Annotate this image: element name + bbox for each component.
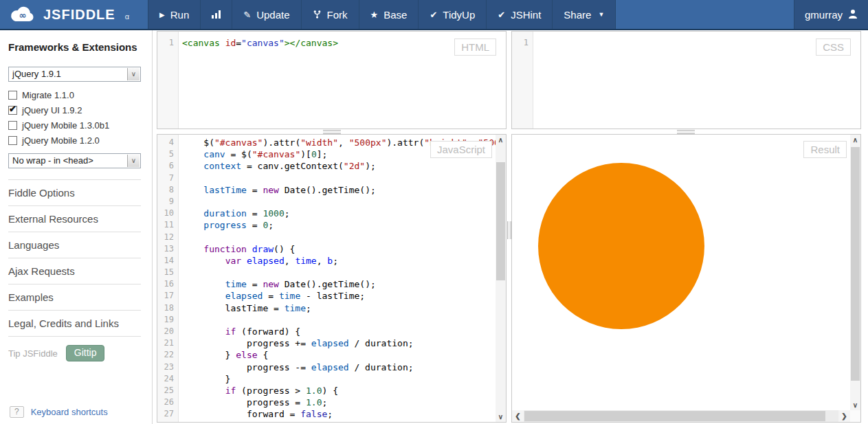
wrap-select[interactable]: No wrap - in <head> ∨ xyxy=(8,153,141,168)
horizontal-splitter-handle[interactable] xyxy=(677,130,695,134)
line-number: 5 xyxy=(157,148,179,160)
css-editor[interactable]: 1 xyxy=(512,32,860,129)
extensions-list: Migrate 1.1.0jQuery UI 1.9.2jQuery Mobil… xyxy=(8,87,141,148)
question-key-icon[interactable]: ? xyxy=(10,406,24,418)
vertical-splitter-handle[interactable] xyxy=(507,221,511,239)
frameworks-heading: Frameworks & Extensions xyxy=(8,41,141,53)
nav-buttons: ▶Run✎UpdateFork★Base✔TidyUp✔JSHintShare▼ xyxy=(148,0,616,29)
checkbox-icon[interactable] xyxy=(8,121,17,130)
sidebar-section-legal-credits-and-links[interactable]: Legal, Credits and Links xyxy=(8,310,141,336)
css-panel-label: CSS xyxy=(816,38,851,56)
nav-button-label: JSHint xyxy=(511,9,541,21)
gittip-button[interactable]: Gittip xyxy=(66,345,105,361)
checkbox-checked-icon[interactable] xyxy=(8,106,17,115)
brand-logo[interactable]: ∞ JSFIDDLE α xyxy=(0,0,148,29)
code-line: 21 progress += elapsed / duration; xyxy=(157,337,506,349)
keyboard-shortcuts-row: ? Keyboard shortcuts xyxy=(10,406,108,418)
nav-jshint-button[interactable]: ✔JSHint xyxy=(486,0,552,29)
code-line: 19 xyxy=(157,314,506,326)
code-line: 20 if (forward) { xyxy=(157,326,506,337)
scrollbar-thumb[interactable] xyxy=(524,411,825,421)
line-number: 6 xyxy=(157,160,179,172)
fork-icon xyxy=(313,10,322,19)
nav-update-button[interactable]: ✎Update xyxy=(232,0,300,29)
star-icon: ★ xyxy=(370,10,379,20)
line-number: 23 xyxy=(157,361,179,373)
line-number: 24 xyxy=(157,373,179,385)
pencil-icon: ✎ xyxy=(243,10,251,20)
tip-label: Tip JSFiddle xyxy=(8,348,58,359)
code-line: 17 elapsed = time - lastTime; xyxy=(157,290,506,302)
scroll-down-icon[interactable]: ∨ xyxy=(850,400,860,410)
sidebar: Frameworks & Extensions jQuery 1.9.1 ∨ M… xyxy=(0,30,148,424)
extension-row[interactable]: jQuery Mobile 1.3.0b1 xyxy=(8,118,141,133)
code-line: 1<canvas id="canvas"></canvas> xyxy=(157,37,506,49)
code-line: 26 progress = 1.0; xyxy=(157,397,506,408)
stats-icon xyxy=(212,10,221,19)
code-line: 22 } else { xyxy=(157,349,506,361)
nav-tidyup-button[interactable]: ✔TidyUp xyxy=(418,0,486,29)
sidebar-section-external-resources[interactable]: External Resources xyxy=(8,205,141,232)
line-number: 1 xyxy=(157,37,179,49)
nav-stats-button[interactable] xyxy=(200,0,232,29)
user-menu[interactable]: gmurray xyxy=(794,0,868,29)
line-number: 1 xyxy=(512,37,533,49)
code-line: 1 xyxy=(512,37,860,49)
js-panel-label: JavaScript xyxy=(430,141,492,158)
checkbox-icon[interactable] xyxy=(8,91,17,100)
nav-fork-button[interactable]: Fork xyxy=(301,0,359,29)
code-line: 10 duration = 1000; xyxy=(157,208,506,219)
nav-share-button[interactable]: Share▼ xyxy=(552,0,615,29)
line-number: 15 xyxy=(157,267,179,278)
sidebar-section-ajax-requests[interactable]: Ajax Requests xyxy=(8,258,141,284)
code-line: 6 context = canv.getContext("2d"); xyxy=(157,160,506,172)
line-number: 21 xyxy=(157,337,179,349)
line-number: 10 xyxy=(157,208,179,219)
code-line: 18 lastTime = time; xyxy=(157,302,506,314)
extension-label: jQuery Mobile 1.3.0b1 xyxy=(22,120,109,131)
code-line: 15 xyxy=(157,267,506,278)
line-number: 18 xyxy=(157,302,179,314)
code-line: 13 function draw() { xyxy=(157,243,506,255)
sidebar-section-languages[interactable]: Languages xyxy=(8,232,141,258)
nav-base-button[interactable]: ★Base xyxy=(359,0,419,29)
sidebar-divider xyxy=(152,30,153,424)
horizontal-splitter-handle[interactable] xyxy=(323,130,341,134)
line-number: 7 xyxy=(157,172,179,184)
nav-button-label: Fork xyxy=(327,9,348,21)
sidebar-section-examples[interactable]: Examples xyxy=(8,284,141,310)
user-icon xyxy=(848,9,858,21)
scrollbar-thumb[interactable] xyxy=(851,147,860,381)
checkbox-icon[interactable] xyxy=(8,136,17,145)
scroll-left-icon[interactable]: ❮ xyxy=(512,410,524,422)
framework-select[interactable]: jQuery 1.9.1 ∨ xyxy=(8,67,141,82)
brand-title: JSFIDDLE xyxy=(43,7,115,23)
scroll-up-icon[interactable]: ∧ xyxy=(850,135,860,145)
scrollbar-thumb[interactable] xyxy=(496,162,505,280)
line-number: 22 xyxy=(157,349,179,361)
cloud-logo-icon: ∞ xyxy=(9,4,35,25)
extension-row[interactable]: jQuery UI 1.9.2 xyxy=(8,102,141,118)
chevron-down-icon: ∨ xyxy=(127,155,140,167)
nav-spacer xyxy=(616,0,794,29)
keyboard-shortcuts-link[interactable]: Keyboard shortcuts xyxy=(31,407,108,417)
result-vertical-scrollbar[interactable]: ∧ ∨ xyxy=(850,135,860,410)
js-vertical-scrollbar[interactable]: ∧ ∨ xyxy=(496,135,506,422)
scroll-down-icon[interactable]: ∨ xyxy=(496,412,506,422)
nav-button-label: Share xyxy=(564,9,591,21)
extension-row[interactable]: jQuery Mobile 1.2.0 xyxy=(8,133,141,148)
scroll-right-icon[interactable]: ❯ xyxy=(838,410,850,422)
result-horizontal-scrollbar[interactable]: ❮ ❯ xyxy=(512,410,850,422)
line-number: 17 xyxy=(157,290,179,302)
html-editor[interactable]: 1<canvas id="canvas"></canvas> xyxy=(157,32,506,129)
extension-label: Migrate 1.1.0 xyxy=(22,90,74,100)
line-number: 20 xyxy=(157,326,179,337)
extension-row[interactable]: Migrate 1.1.0 xyxy=(8,87,141,102)
js-editor[interactable]: 4 $("#canvas").attr("width", "500px").at… xyxy=(157,135,506,422)
nav-run-button[interactable]: ▶Run xyxy=(148,0,200,29)
line-number: 26 xyxy=(157,397,179,408)
scroll-up-icon[interactable]: ∧ xyxy=(496,135,506,145)
check-icon: ✔ xyxy=(430,10,437,20)
check-icon: ✔ xyxy=(498,10,505,20)
sidebar-section-fiddle-options[interactable]: Fiddle Options xyxy=(8,179,141,205)
